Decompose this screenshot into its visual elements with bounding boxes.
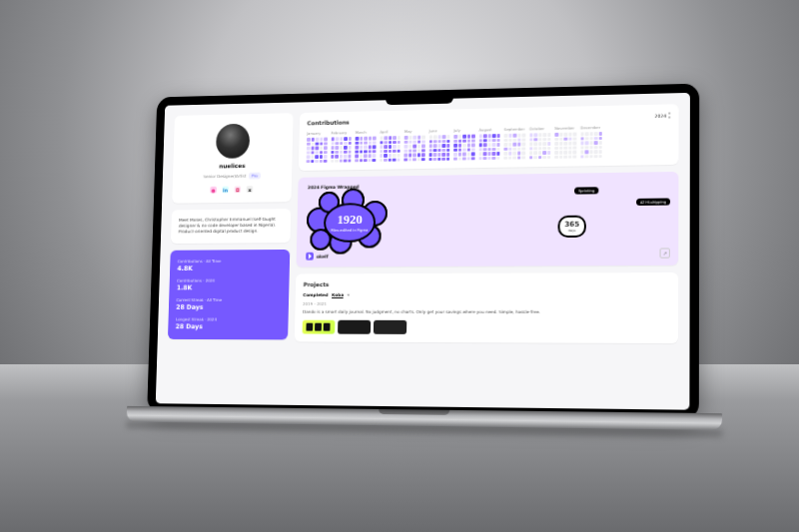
more-icon[interactable] — [668, 112, 670, 118]
social-icons: ● in ◘ x — [210, 186, 253, 193]
stat-item: Contributions · All Time 4.8K — [177, 258, 282, 271]
avatar[interactable] — [216, 124, 250, 159]
share-icon[interactable]: ↗ — [660, 248, 670, 258]
stat-item: Longest Streak · 2024 28 Days — [176, 316, 281, 330]
project-period: 2019 – 2021 — [303, 301, 670, 306]
thumbnail[interactable] — [303, 320, 336, 334]
profile-card: nuelices Senior Designer/Artist Pro ● in… — [172, 113, 293, 204]
laptop-lid: nuelices Senior Designer/Artist Pro ● in… — [147, 84, 699, 420]
projects-card: Projects Completed Koba ▾ 2019 – 2021 Da… — [295, 272, 678, 343]
thumbnail[interactable] — [338, 320, 371, 334]
pill-shipping: 42 Hi-shipping — [636, 198, 670, 206]
chevron-down-icon[interactable]: ▾ — [348, 292, 350, 298]
user-role: Senior Designer/Artist — [204, 174, 247, 179]
left-column: nuelices Senior Designer/Artist Pro ● in… — [166, 113, 293, 394]
stats-card: Contributions · All Time 4.8K Contributi… — [168, 250, 290, 339]
linkedin-icon[interactable]: in — [222, 187, 229, 194]
project-status[interactable]: Completed — [303, 292, 328, 298]
project-name[interactable]: Koba — [332, 292, 344, 298]
author-logo-icon — [306, 253, 314, 261]
figma-wrapped-card: 2024 Figma Wrapped 1920 Files edited in … — [297, 172, 679, 267]
contributions-year[interactable]: 2024 — [654, 113, 666, 118]
right-column: Contributions 2024 JanuaryFebruaryMarchA… — [293, 104, 678, 398]
bio-text: Meet Moses, Christopher Emmanuel (self-t… — [179, 217, 284, 236]
figma-big-sub: Files edited in Figma — [331, 227, 368, 232]
contributions-card: Contributions 2024 JanuaryFebruaryMarchA… — [299, 104, 679, 171]
bio-card: Meet Moses, Christopher Emmanuel (self-t… — [171, 209, 291, 244]
instagram-icon[interactable]: ◘ — [234, 186, 241, 193]
laptop: nuelices Senior Designer/Artist Pro ● in… — [146, 84, 699, 453]
screen-content: nuelices Senior Designer/Artist Pro ● in… — [156, 93, 690, 410]
contribution-months: JanuaryFebruaryMarchAprilMayJuneJulyAugu… — [307, 124, 671, 164]
stat-item: Current Streak · All Time 28 Days — [176, 297, 281, 311]
figma-big-number: 1920 — [331, 212, 369, 228]
pro-badge: Pro — [249, 173, 261, 180]
days-badge: 365 days — [557, 216, 586, 238]
mockup-scene: nuelices Senior Designer/Artist Pro ● in… — [0, 0, 799, 532]
project-thumbnails — [303, 320, 670, 335]
figma-author[interactable]: okelf — [306, 253, 329, 261]
username: nuelices — [219, 162, 245, 169]
cloud-graphic: 1920 Files edited in Figma — [308, 191, 392, 253]
dribbble-icon[interactable]: ● — [210, 187, 217, 194]
contributions-title: Contributions — [307, 120, 349, 127]
x-icon[interactable]: x — [247, 186, 254, 193]
pill-sprinting: Sprinting — [574, 187, 598, 194]
thumbnail[interactable] — [374, 320, 406, 334]
stat-item: Contributions · 2024 1.8K — [177, 277, 282, 291]
projects-title: Projects — [304, 280, 670, 287]
project-description: Dando is a smart daily journal. No judgm… — [303, 309, 670, 315]
